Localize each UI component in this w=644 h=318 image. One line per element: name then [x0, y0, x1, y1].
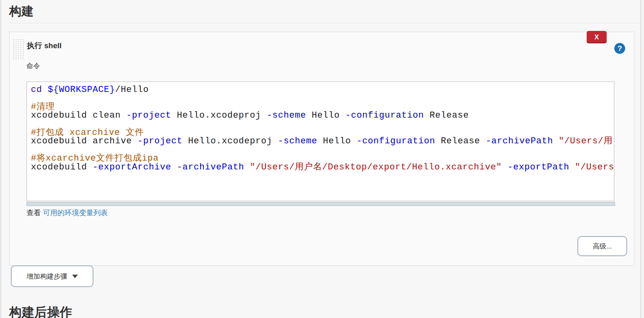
page-left-edge: [0, 0, 1, 318]
shell-command-code: cd ${WORKSPACE}/Hello #清理xcodebuild clea…: [31, 86, 614, 171]
build-section-title: 构建: [9, 3, 34, 20]
drag-handle-icon[interactable]: [13, 39, 24, 60]
add-build-step-label: 增加构建步骤: [26, 272, 67, 281]
code-line: [31, 120, 614, 128]
post-build-section-title: 构建后操作: [9, 304, 73, 318]
page-right-gutter: [640, 0, 644, 318]
code-line: #清理: [31, 103, 614, 111]
build-step-panel: ? 执行 shell 命令 cd ${WORKSPACE}/Hello #清理x…: [9, 32, 634, 266]
env-vars-link[interactable]: 可用的环境变量列表: [43, 209, 108, 217]
delete-build-step-button[interactable]: X: [587, 31, 607, 43]
code-line: xcodebuild archive -project Hello.xcodep…: [31, 137, 614, 145]
build-step-title: 执行 shell: [27, 41, 62, 51]
env-vars-hint-prefix: 查看: [26, 209, 43, 217]
advanced-button[interactable]: 高级...: [577, 236, 627, 256]
code-line: xcodebuild -exportArchive -archivePath "…: [31, 163, 614, 171]
editor-resize-handle[interactable]: [26, 202, 615, 206]
build-section-divider: [9, 23, 641, 23]
command-label: 命令: [26, 61, 40, 71]
shell-command-editor[interactable]: cd ${WORKSPACE}/Hello #清理xcodebuild clea…: [26, 82, 614, 201]
chevron-down-icon: [72, 275, 78, 278]
env-vars-hint: 查看 可用的环境变量列表: [26, 208, 108, 218]
jenkins-config-page: { "sections": { "build_title": "构建", "po…: [0, 0, 644, 318]
code-line: [31, 94, 614, 102]
help-icon[interactable]: ?: [614, 43, 625, 54]
code-line: xcodebuild clean -project Hello.xcodepro…: [31, 111, 614, 120]
add-build-step-button[interactable]: 增加构建步骤: [11, 265, 93, 287]
code-line: #打包成 xcarchive 文件: [31, 128, 614, 137]
code-line: cd ${WORKSPACE}/Hello: [31, 86, 614, 94]
code-line: #将xcarchive文件打包成ipa: [31, 154, 614, 163]
